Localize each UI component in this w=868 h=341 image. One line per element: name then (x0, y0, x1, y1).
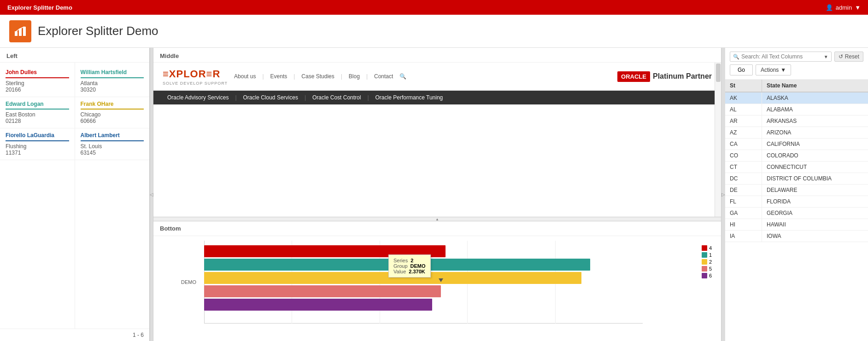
chart-bars-container: DEMO Series 2 (204, 241, 643, 324)
table-row[interactable]: COCOLORADO (725, 150, 868, 162)
legend-item: 6 (702, 273, 712, 278)
table-cell-state-name: COLORADO (762, 150, 868, 161)
search-nav-icon[interactable]: 🔍 (399, 73, 406, 80)
table-row[interactable]: ALALABAMA (725, 104, 868, 116)
nav-case-studies[interactable]: Case Studies (301, 73, 334, 80)
col-header-st[interactable]: St (725, 80, 762, 92)
table-cell-st: DC (725, 173, 762, 184)
person-zip: 60666 (81, 118, 144, 124)
actions-label: Actions (761, 67, 779, 73)
person-card[interactable]: Albert LambertSt. Louis63145 (75, 128, 150, 160)
table-cell-state-name: GEORGIA (762, 208, 868, 219)
table-cell-st: CT (725, 162, 762, 173)
middle-panel: Middle ≡XPLOR≡R SOLVE DEVELOP SUPPORT Ab… (153, 48, 721, 341)
chart-group-label: DEMO (181, 279, 196, 285)
table-row[interactable]: DCDISTRICT OF COLUMBIA (725, 173, 868, 185)
table-row[interactable]: FLFLORIDA (725, 196, 868, 208)
table-row[interactable]: IAIOWA (725, 231, 868, 242)
reset-label: Reset (845, 53, 859, 60)
legend-item: 1 (702, 252, 712, 258)
person-zip: 02128 (6, 118, 69, 124)
scroll-indicator[interactable] (715, 63, 721, 217)
user-dropdown-icon[interactable]: ▼ (855, 4, 861, 11)
explorer-menu: Oracle Advisory Services|Oracle Cloud Se… (153, 91, 721, 104)
table-cell-state-name: FLORIDA (762, 196, 868, 207)
table-cell-state-name: ARIZONA (762, 127, 868, 138)
person-zip: 30320 (81, 87, 144, 93)
chart-area: DEMO Series 2 (153, 236, 721, 337)
menu-item-2[interactable]: Oracle Cost Control (306, 91, 367, 104)
table-row[interactable]: ARARKANSAS (725, 116, 868, 127)
right-toolbar: 🔍 ▼ ↺ Reset Go Actions ▼ (725, 48, 868, 80)
legend-dot (702, 245, 707, 251)
svg-rect-1 (19, 29, 22, 36)
table-cell-state-name: CALIFORNIA (762, 139, 868, 150)
oracle-logo: ORACLE (617, 71, 650, 82)
table-cell-state-name: ARKANSAS (762, 116, 868, 127)
table-cell-st: CA (725, 139, 762, 150)
bottom-panel: Bottom DEMO (153, 221, 721, 341)
person-card[interactable]: Frank OHareChicago60666 (75, 97, 150, 129)
col-header-state-name[interactable]: State Name (762, 80, 868, 92)
table-cell-state-name: ALABAMA (762, 104, 868, 115)
table-cell-state-name: CONNECTICUT (762, 162, 868, 173)
legend-dot (702, 259, 707, 265)
person-city: St. Louis (81, 143, 144, 150)
legend-dot (702, 266, 707, 272)
nav-contact[interactable]: Contact (374, 73, 393, 80)
legend-label: 5 (709, 266, 712, 272)
table-row[interactable]: GAGEORGIA (725, 208, 868, 219)
left-footer: 1 - 6 (0, 329, 149, 341)
nav-blog[interactable]: Blog (349, 73, 360, 80)
person-name: Edward Logan (6, 101, 69, 110)
person-city: East Boston (6, 111, 69, 118)
reset-button[interactable]: ↺ Reset (834, 52, 863, 62)
person-card[interactable]: William HartsfieldAtlanta30320 (75, 65, 150, 97)
person-card[interactable]: John DullesSterling20166 (0, 65, 75, 97)
table-row[interactable]: CTCONNECTICUT (725, 162, 868, 173)
table-cell-st: DE (725, 185, 762, 196)
person-zip: 11371 (6, 150, 69, 156)
go-button[interactable]: Go (730, 64, 753, 75)
actions-button[interactable]: Actions ▼ (756, 64, 791, 75)
chart-tooltip: Series 2 Group DEMO Value 2.370K (388, 254, 431, 277)
person-card[interactable]: Edward LoganEast Boston02128 (0, 97, 75, 129)
table-cell-st: AL (725, 104, 762, 115)
legend-label: 4 (709, 245, 712, 251)
tooltip-value: 2.370K (409, 269, 425, 274)
nav-events[interactable]: Events (270, 73, 287, 80)
app-icon (9, 20, 31, 42)
search-icon: 🔍 (733, 54, 739, 60)
legend-item: 5 (702, 266, 712, 272)
user-icon: 👤 (826, 4, 833, 11)
middle-top: ≡XPLOR≡R SOLVE DEVELOP SUPPORT About us … (153, 63, 721, 217)
left-splitter[interactable] (150, 48, 153, 341)
right-splitter[interactable]: ▷ (721, 48, 725, 341)
nav-about[interactable]: About us (234, 73, 256, 80)
menu-item-0[interactable]: Oracle Advisory Services (161, 91, 235, 104)
person-card[interactable]: Fiorello LaGuardiaFlushing11371 (0, 128, 75, 160)
chart-cursor (437, 278, 445, 288)
legend-label: 2 (709, 259, 712, 265)
table-cell-st: GA (725, 208, 762, 219)
explorer-tagline: SOLVE DEVELOP SUPPORT (163, 81, 228, 86)
oracle-partner-label: Platinum Partner (653, 72, 712, 81)
app-header-title: Explorer Splitter Demo (38, 24, 158, 38)
table-row[interactable]: AKALASKA (725, 92, 868, 104)
menu-item-3[interactable]: Oracle Performance Tuning (369, 91, 450, 104)
table-row[interactable]: HIHAWAII (725, 219, 868, 231)
middle-splitter-h[interactable] (153, 217, 721, 221)
table-row[interactable]: CACALIFORNIA (725, 139, 868, 150)
search-row: 🔍 ▼ ↺ Reset (730, 52, 863, 62)
table-body: AKALASKAALALABAMAARARKANSASAZARIZONACACA… (725, 92, 868, 242)
menu-item-1[interactable]: Oracle Cloud Services (237, 91, 305, 104)
explorer-nav-links: About us | Events | Case Studies | Blog … (234, 73, 406, 80)
table-row[interactable]: AZARIZONA (725, 127, 868, 139)
person-zip: 20166 (6, 87, 69, 93)
scroll-thumb[interactable] (716, 64, 721, 82)
search-input[interactable] (741, 53, 824, 60)
search-dropdown-icon[interactable]: ▼ (824, 54, 828, 59)
legend-dot (702, 252, 707, 258)
bottom-panel-header: Bottom (153, 221, 721, 236)
table-row[interactable]: DEDELAWARE (725, 185, 868, 196)
